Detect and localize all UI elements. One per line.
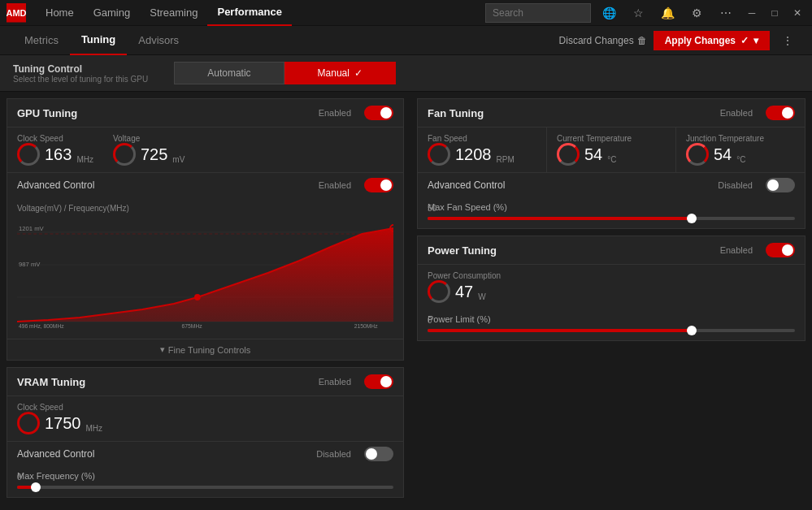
titlebar-right: 🌐 ☆ 🔔 ⚙ ⋯ ─ □ ✕ (485, 2, 805, 24)
vram-clock-unit: MHz (86, 424, 103, 433)
power-slider-row: Power Limit (%) 0 (418, 309, 805, 340)
fan-slider-value: 50 (428, 204, 436, 213)
trash-icon: 🗑 (637, 35, 647, 46)
gpu-chart-area: Voltage(mV) / Frequency(MHz) (7, 197, 403, 339)
power-gauge-icon (428, 280, 450, 303)
tuning-control-label: Tuning Control Select the level of tunin… (13, 63, 148, 84)
vram-tuning-title: VRAM Tuning (17, 376, 85, 388)
bell-icon[interactable]: 🔔 (656, 2, 679, 24)
junction-temp-metric: Junction Temperature 54 °C (676, 128, 805, 172)
gpu-chart-title: Voltage(mV) / Frequency(MHz) (17, 204, 393, 213)
fan-speed-metric: Fan Speed 1208 RPM (418, 128, 546, 172)
vram-tuning-toggle[interactable] (364, 374, 393, 389)
nav-streaming[interactable]: Streaming (140, 0, 207, 26)
vram-tuning-toggle-container: Enabled (319, 374, 393, 389)
power-slider-track[interactable]: 0 (428, 329, 795, 332)
tab-advisors[interactable]: Advisors (127, 26, 190, 55)
apply-label: Apply Changes (665, 35, 736, 46)
fan-speed-unit: RPM (497, 155, 515, 164)
fan-slider-row: Max Fan Speed (%) 50 (418, 197, 805, 228)
gpu-advanced-label: Advanced Control (17, 179, 94, 191)
power-tuning-toggle[interactable] (766, 243, 795, 257)
amd-logo: AMD (7, 3, 26, 23)
tuning-control-bar: Tuning Control Select the level of tunin… (0, 55, 812, 92)
fan-tuning-toggle[interactable] (766, 106, 795, 120)
fan-tuning-status: Enabled (720, 108, 753, 118)
fan-slider-track[interactable]: 50 (428, 217, 795, 220)
check-icon: ✓ (740, 35, 749, 46)
minimize-button[interactable]: ─ (744, 5, 760, 21)
fine-tuning-controls[interactable]: ▾ Fine Tuning Controls (7, 339, 403, 360)
fan-slider-thumb[interactable] (687, 214, 697, 223)
fan-metrics-row: Fan Speed 1208 RPM Current Temperature (418, 128, 805, 172)
nav-performance[interactable]: Performance (207, 0, 291, 26)
tuning-control-subtitle: Select the level of tuning for this GPU (13, 75, 148, 84)
close-button[interactable]: ✕ (789, 5, 805, 21)
left-panel: GPU Tuning Enabled Clock Speed 163 MHz (0, 92, 410, 508)
vram-clock-value: 1750 (45, 414, 81, 433)
gpu-voltage-value: 725 (141, 145, 167, 164)
gpu-voltage-unit: mV (172, 155, 185, 164)
fan-advanced-toggle-container: Disabled (718, 178, 795, 192)
main-content: GPU Tuning Enabled Clock Speed 163 MHz (0, 92, 812, 508)
fan-tuning-header: Fan Tuning Enabled (418, 99, 805, 128)
mode-automatic-button[interactable]: Automatic (174, 62, 284, 84)
maximize-button[interactable]: □ (766, 5, 783, 21)
fan-speed-label: Fan Speed (428, 134, 515, 143)
right-panel: Fan Tuning Enabled Fan Speed 1208 RPM (410, 92, 812, 508)
vram-clock-label: Clock Speed (17, 403, 102, 412)
gpu-advanced-toggle[interactable] (364, 178, 393, 192)
fan-advanced-label: Advanced Control (428, 179, 505, 191)
power-slider-label: Power Limit (%) (428, 314, 795, 324)
vram-slider-label: Max Frequency (%) (17, 471, 393, 481)
gpu-voltage-label: Voltage (113, 134, 185, 143)
gpu-metrics-row: Clock Speed 163 MHz Voltage 725 (7, 128, 403, 172)
discard-changes-button[interactable]: Discard Changes 🗑 (559, 35, 647, 46)
subnav-right: Discard Changes 🗑 Apply Changes ✓ ▾ ⋮ (559, 29, 799, 52)
vram-advanced-toggle[interactable] (364, 447, 393, 461)
gpu-tuning-status: Enabled (319, 108, 351, 118)
dots-icon[interactable]: ⋯ (714, 2, 737, 24)
subnav: Metrics Tuning Advisors Discard Changes … (0, 26, 812, 55)
search-input[interactable] (485, 3, 591, 23)
chevron-down-icon: ▾ (753, 35, 758, 46)
tab-tuning[interactable]: Tuning (70, 26, 127, 55)
tuning-control-title: Tuning Control (13, 63, 148, 75)
tab-metrics[interactable]: Metrics (13, 26, 70, 55)
junction-temp-label: Junction Temperature (686, 134, 764, 143)
gpu-tuning-card: GPU Tuning Enabled Clock Speed 163 MHz (7, 98, 404, 361)
vram-clock-speed-metric: Clock Speed 1750 MHz (17, 403, 102, 434)
vram-slider-row: Max Frequency (%) 0 (7, 466, 403, 497)
vram-tuning-status: Enabled (319, 377, 351, 387)
fine-tuning-label: Fine Tuning Controls (168, 345, 251, 355)
nav-gaming[interactable]: Gaming (84, 0, 141, 26)
gpu-tuning-toggle[interactable] (364, 106, 393, 120)
vram-tuning-header: VRAM Tuning Enabled (7, 368, 403, 396)
gpu-voltage-gauge-icon (113, 143, 136, 166)
nav-home[interactable]: Home (36, 0, 84, 26)
mode-manual-button[interactable]: Manual ✓ (284, 62, 396, 84)
fan-advanced-toggle[interactable] (766, 178, 795, 192)
power-slider-thumb[interactable] (687, 326, 697, 335)
more-options-icon[interactable]: ⋮ (776, 29, 799, 52)
star-icon[interactable]: ☆ (627, 2, 649, 24)
vram-tuning-card: VRAM Tuning Enabled Clock Speed 1750 MHz (7, 367, 404, 498)
power-tuning-card: Power Tuning Enabled Power Consumption 4… (417, 236, 805, 341)
vram-slider-thumb[interactable] (31, 482, 41, 492)
power-metrics-row: Power Consumption 47 W (418, 265, 805, 309)
fan-advanced-row: Advanced Control Disabled (418, 172, 805, 197)
gpu-clock-value: 163 (45, 145, 72, 164)
current-temp-unit: °C (607, 155, 616, 164)
chart-y2-label: 987 mV (19, 261, 41, 268)
current-temp-label: Current Temperature (557, 134, 632, 143)
junction-temp-unit: °C (736, 155, 745, 164)
vram-slider-track[interactable]: 0 (17, 486, 393, 489)
fan-advanced-status: Disabled (718, 180, 753, 190)
gpu-tuning-toggle-container: Enabled (319, 106, 393, 120)
chart-x2-label: 675MHz (182, 323, 203, 329)
gear-icon[interactable]: ⚙ (685, 2, 708, 24)
gpu-tuning-header: GPU Tuning Enabled (7, 99, 403, 128)
globe-icon[interactable]: 🌐 (597, 2, 620, 24)
apply-changes-button[interactable]: Apply Changes ✓ ▾ (654, 31, 770, 50)
power-tuning-toggle-container: Enabled (720, 243, 795, 257)
